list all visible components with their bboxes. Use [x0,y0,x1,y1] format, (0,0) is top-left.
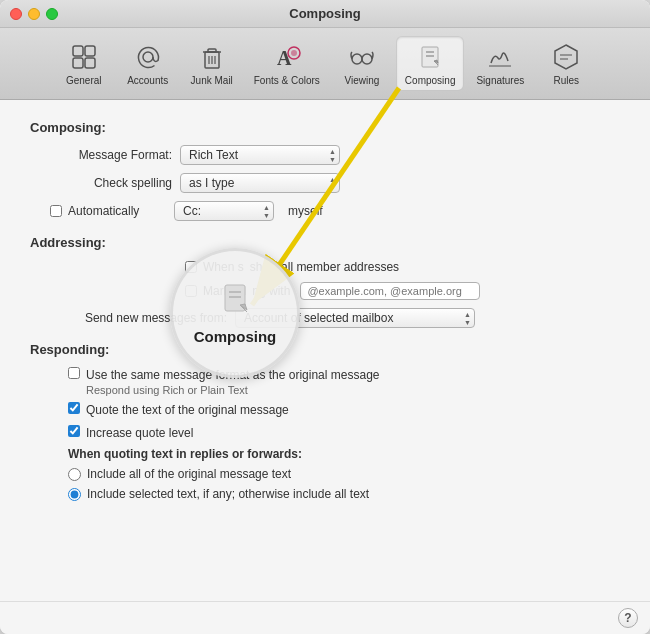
toolbar-label-composing: Composing [405,75,456,86]
when-sending-checkbox[interactable] [185,261,197,273]
svg-point-4 [143,52,153,62]
toolbar-item-accounts[interactable]: Accounts [118,37,178,90]
toolbar-label-junkmail: Junk Mail [191,75,233,86]
traffic-lights [10,8,58,20]
ending-with-label: ng with [252,284,290,298]
ending-with-input[interactable] [300,282,480,300]
same-format-sublabel: Respond using Rich or Plain Text [86,384,379,396]
message-format-select-wrapper: Rich Text Plain Text [180,145,340,165]
check-spelling-select[interactable]: as I type never when I click Send [180,173,340,193]
bottom-bar: ? [0,601,650,634]
cc-bcc-select[interactable]: Cc: Bcc: [174,201,274,221]
fonts-icon: A [271,41,303,73]
include-selected-label: Include selected text, if any; otherwise… [87,487,369,501]
preferences-window: Composing General Accounts [0,0,650,634]
check-spelling-label: Check spelling [50,176,180,190]
include-selected-row: Include selected text, if any; otherwise… [30,487,620,501]
quote-text-label: Quote the text of the original message [86,402,289,419]
signature-icon [484,41,516,73]
window-title: Composing [289,6,361,21]
mark-addresses-row: Mark ad ng with [30,282,620,300]
quote-text-checkbox[interactable] [68,402,80,414]
svg-rect-16 [422,47,438,67]
increase-quote-label: Increase quote level [86,425,193,442]
close-button[interactable] [10,8,22,20]
svg-rect-3 [85,58,95,68]
myself-label: myself [288,204,323,218]
increase-quote-row: Increase quote level [30,425,620,442]
toolbar-label-general: General [66,75,102,86]
toolbar-item-rules[interactable]: Rules [536,37,596,90]
at-icon [132,41,164,73]
grid-icon [68,41,100,73]
automatically-row: Automatically Cc: Bcc: myself [30,201,620,221]
responding-section-title: Responding: [30,342,620,357]
when-sending-row: When s show all member addresses [30,260,620,274]
include-all-radio[interactable] [68,468,81,481]
same-format-label: Use the same message format as the origi… [86,367,379,384]
check-spelling-row: Check spelling as I type never when I cl… [30,173,620,193]
include-selected-radio[interactable] [68,488,81,501]
when-quoting-title: When quoting text in replies or forwards… [30,447,620,461]
when-sending-label: When s [203,260,244,274]
automatically-label: Automatically [68,204,168,218]
message-format-select[interactable]: Rich Text Plain Text [180,145,340,165]
svg-point-13 [352,54,362,64]
increase-quote-checkbox[interactable] [68,425,80,437]
toolbar-label-fonts: Fonts & Colors [254,75,320,86]
addressing-section-title: Addressing: [30,235,620,250]
titlebar: Composing [0,0,650,28]
svg-rect-0 [73,46,83,56]
svg-rect-1 [85,46,95,56]
toolbar-item-viewing[interactable]: Viewing [332,37,392,90]
automatically-checkbox[interactable] [50,205,62,217]
send-from-label: Send new messages from: [50,311,235,325]
toolbar-item-signatures[interactable]: Signatures [468,37,532,90]
message-format-row: Message Format: Rich Text Plain Text [30,145,620,165]
rules-icon [550,41,582,73]
toolbar-label-accounts: Accounts [127,75,168,86]
quote-text-row: Quote the text of the original message [30,402,620,419]
send-from-select[interactable]: Account of selected mailbox My email add… [235,308,475,328]
check-spelling-select-wrapper: as I type never when I click Send [180,173,340,193]
send-from-select-wrapper: Account of selected mailbox My email add… [235,308,475,328]
show-member-label: show all member addresses [250,260,399,274]
minimize-button[interactable] [28,8,40,20]
composing-section-title: Composing: [30,120,620,135]
toolbar-item-general[interactable]: General [54,37,114,90]
mark-addresses-checkbox[interactable] [185,285,197,297]
toolbar-label-viewing: Viewing [344,75,379,86]
toolbar-label-rules: Rules [553,75,579,86]
message-format-label: Message Format: [50,148,180,162]
send-from-row: Send new messages from: Account of selec… [30,308,620,328]
toolbar-item-junkmail[interactable]: Junk Mail [182,37,242,90]
glasses-icon [346,41,378,73]
help-button[interactable]: ? [618,608,638,628]
toolbar: General Accounts [0,28,650,100]
pencil-icon [414,41,446,73]
same-format-row: Use the same message format as the origi… [30,367,620,396]
trash-icon [196,41,228,73]
preferences-content: Composing: Message Format: Rich Text Pla… [0,100,650,601]
include-all-row: Include all of the original message text [30,467,620,481]
svg-point-12 [291,50,297,56]
fullscreen-button[interactable] [46,8,58,20]
svg-marker-20 [555,45,577,69]
same-format-checkbox[interactable] [68,367,80,379]
cc-select-wrapper: Cc: Bcc: [174,201,274,221]
include-all-label: Include all of the original message text [87,467,291,481]
toolbar-label-signatures: Signatures [476,75,524,86]
toolbar-item-fonts[interactable]: A Fonts & Colors [246,37,328,90]
toolbar-item-composing[interactable]: Composing [396,36,465,91]
mark-addresses-label: Mark ad [203,284,246,298]
svg-point-14 [362,54,372,64]
svg-rect-2 [73,58,83,68]
